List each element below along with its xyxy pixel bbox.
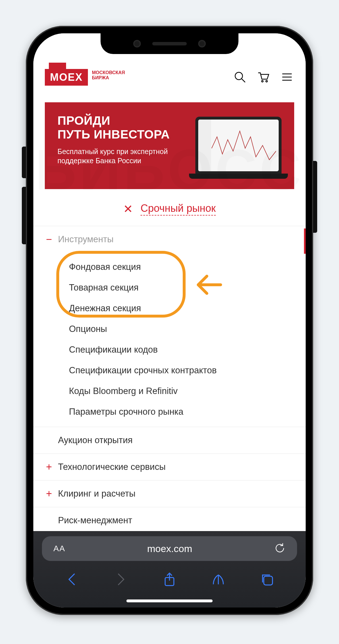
banner-subtitle: Бесплатный курс при экспертной поддержке… [57, 147, 178, 166]
svg-rect-12 [264, 576, 272, 585]
browser-toolbar [42, 561, 297, 605]
share-icon[interactable] [161, 571, 178, 588]
text-size-button[interactable]: AА [53, 544, 65, 553]
submenu-item[interactable]: Спецификации кодов [69, 339, 306, 360]
close-icon[interactable]: ✕ [123, 202, 133, 216]
logo-tagline: МОСКОВСКАЯ БИРЖА [92, 70, 125, 80]
phone-screen: MOEX МОСКОВСКАЯ БИРЖА [33, 33, 306, 608]
menu-item[interactable]: + Риск-менеджмент [33, 507, 306, 531]
submenu-item[interactable]: Фондовая секция [69, 257, 306, 277]
menu-item[interactable]: + Технологические сервисы [33, 454, 306, 480]
cart-icon[interactable] [256, 70, 271, 84]
logo[interactable]: MOEX МОСКОВСКАЯ БИРЖА [45, 67, 125, 87]
submenu-instruments: Фондовая секция Товарная секция Денежная… [33, 253, 306, 427]
submenu-item[interactable]: Денежная секция [69, 298, 306, 319]
banner-title: ПРОЙДИ ПУТЬ ИНВЕСТОРА [57, 114, 195, 142]
logo-text: MOEX [45, 69, 88, 86]
banner-illustration [195, 117, 282, 174]
section-label[interactable]: Срочный рынок [140, 202, 215, 216]
promo-banner[interactable]: ПРОЙДИ ПУТЬ ИНВЕСТОРА Бесплатный курс пр… [45, 102, 294, 189]
svg-rect-7 [198, 120, 211, 171]
reload-icon[interactable] [274, 542, 286, 555]
menu-item-instruments[interactable]: − Инструменты [33, 226, 306, 253]
browser-chrome: AА moex.com [33, 531, 306, 608]
svg-point-2 [262, 80, 263, 82]
tabs-icon[interactable] [258, 571, 276, 588]
submenu-item[interactable]: Товарная секция [69, 277, 306, 298]
home-indicator[interactable] [126, 599, 213, 602]
notch [101, 33, 238, 54]
annotation-arrow-icon [194, 270, 223, 300]
svg-line-1 [242, 79, 245, 82]
section-menu: − Инструменты Фондовая секция Товарная с… [33, 226, 306, 531]
page-content: MOEX МОСКОВСКАЯ БИРЖА [33, 33, 306, 531]
menu-item[interactable]: + Клиринг и расчеты [33, 480, 306, 507]
forward-button [112, 571, 129, 588]
submenu-item[interactable]: Параметры срочного рынка [69, 401, 306, 422]
submenu-item[interactable]: Коды Bloomberg и Refinitiv [69, 381, 306, 401]
expand-icon: + [46, 462, 58, 472]
submenu-item[interactable]: Спецификации срочных контрактов [69, 360, 306, 381]
submenu-item[interactable]: Опционы [69, 319, 306, 339]
url-label: moex.com [147, 543, 192, 554]
menu-item[interactable]: + Аукцион открытия [33, 427, 306, 454]
phone-frame: MOEX МОСКОВСКАЯ БИРЖА [26, 26, 313, 615]
svg-point-3 [266, 80, 267, 82]
bookmarks-icon[interactable] [210, 571, 227, 588]
search-icon[interactable] [233, 70, 247, 84]
back-button[interactable] [63, 571, 81, 588]
collapse-icon: − [46, 234, 58, 245]
section-selector[interactable]: ✕ Срочный рынок [33, 189, 306, 226]
menu-icon[interactable] [280, 70, 294, 84]
expand-icon: + [46, 489, 58, 499]
svg-point-0 [235, 72, 243, 80]
logo-mark: MOEX [45, 67, 88, 87]
site-header: MOEX МОСКОВСКАЯ БИРЖА [33, 62, 306, 95]
address-bar[interactable]: AА moex.com [42, 536, 297, 561]
